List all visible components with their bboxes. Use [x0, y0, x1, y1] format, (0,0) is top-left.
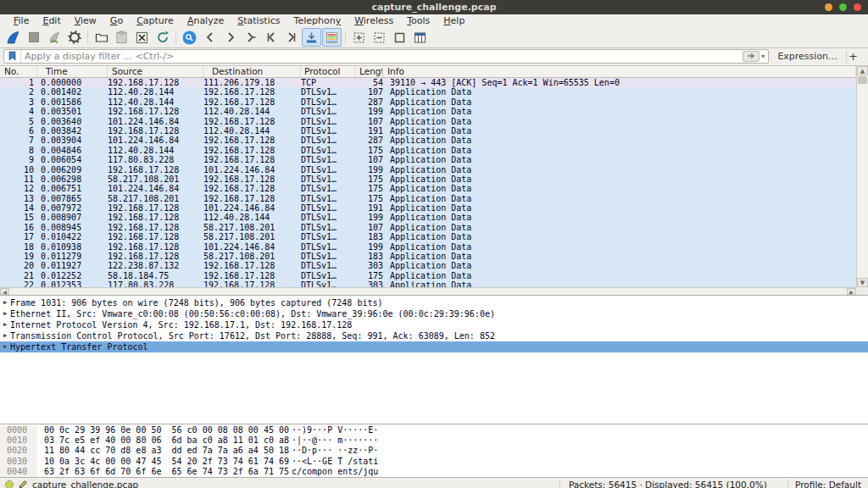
expand-arrow-icon[interactable]: ▶	[0, 308, 10, 319]
scroll-left-icon[interactable]: ◀	[0, 288, 9, 295]
detail-row[interactable]: ▶Internet Protocol Version 4, Src: 192.1…	[0, 319, 868, 330]
zoom-in-button[interactable]	[349, 28, 369, 47]
hex-ascii[interactable]: ·|··@··· m·······	[287, 435, 378, 446]
scroll-right-icon[interactable]: ▶	[847, 288, 856, 295]
maximize-button[interactable]	[839, 3, 847, 11]
menu-view[interactable]: View	[68, 14, 103, 27]
expert-info-icon[interactable]	[5, 480, 14, 488]
packet-row[interactable]: 200.011927122.238.87.132192.168.17.128DT…	[0, 261, 856, 270]
find-packet-button[interactable]	[180, 28, 199, 47]
normal-size-button[interactable]	[390, 28, 409, 47]
filter-bookmark-button[interactable]	[4, 50, 21, 63]
last-packet-button[interactable]	[281, 28, 301, 47]
packet-row[interactable]: 210.01225258.18.184.75192.168.17.128DTLS…	[0, 271, 856, 280]
scroll-down-icon[interactable]: ▼	[857, 278, 868, 287]
menu-analyze[interactable]: Analyze	[181, 14, 231, 27]
hex-row[interactable]: 000000 0c 29 39 96 0e 00 50 56 c0 00 08 …	[0, 425, 868, 435]
menu-tools[interactable]: Tools	[400, 14, 437, 27]
packet-row[interactable]: 30.001586112.40.28.144192.168.17.128DTLS…	[0, 97, 856, 107]
column-header-info[interactable]: Info	[383, 66, 856, 77]
packet-row[interactable]: 150.008907192.168.17.128112.40.28.144DTL…	[0, 213, 856, 222]
hex-bytes[interactable]: 63 2f 63 6f 6d 70 6f 6e 65 6e 74 73 2f 6…	[37, 467, 287, 477]
menu-telephony[interactable]: Telephony	[287, 14, 348, 27]
column-header-no[interactable]: No.	[0, 66, 37, 77]
packet-row[interactable]: 110.00629858.217.108.201192.168.17.128DT…	[0, 175, 856, 184]
expression-button[interactable]: Expression…	[769, 51, 846, 62]
packet-row[interactable]: 120.006751101.224.146.84192.168.17.128DT…	[0, 184, 856, 193]
hex-bytes[interactable]: 10 0a 3c 4c 00 00 47 45 54 20 2f 73 74 6…	[37, 457, 287, 467]
menu-help[interactable]: Help	[437, 14, 471, 27]
expand-arrow-icon[interactable]: ▶	[0, 341, 10, 352]
column-header-len[interactable]: Length	[355, 66, 383, 77]
filter-dropdown-caret[interactable]: ▾	[761, 53, 765, 60]
detail-row[interactable]: ▶Hypertext Transfer Protocol	[0, 341, 868, 352]
zoom-out-button[interactable]	[370, 28, 389, 47]
packet-row[interactable]: 220.012353117.80.83.228192.168.17.128DTL…	[0, 280, 856, 287]
minimize-button[interactable]	[825, 3, 832, 11]
packet-row[interactable]: 50.003640101.224.146.84192.168.17.128DTL…	[0, 117, 856, 126]
hex-row[interactable]: 003010 0a 3c 4c 00 00 47 45 54 20 2f 73 …	[0, 457, 868, 467]
stop-capture-button[interactable]	[24, 28, 43, 47]
expand-arrow-icon[interactable]: ▶	[0, 319, 10, 330]
packet-row[interactable]: 90.006054117.80.83.228192.168.17.128DTLS…	[0, 155, 856, 164]
menu-file[interactable]: File	[7, 14, 36, 27]
go-forward-button[interactable]	[220, 28, 240, 47]
start-capture-button[interactable]	[3, 28, 23, 47]
packet-list-vertical-scrollbar[interactable]: ▲ ▼	[856, 66, 868, 287]
packet-row[interactable]: 10.000000192.168.17.128111.206.179.18TCP…	[0, 78, 856, 87]
packet-list-horizontal-scrollbar[interactable]: ◀ ▶	[0, 287, 856, 295]
menu-capture[interactable]: Capture	[130, 14, 181, 27]
go-to-packet-button[interactable]	[241, 28, 260, 47]
open-file-button[interactable]	[92, 28, 111, 47]
first-packet-button[interactable]	[261, 28, 281, 47]
hex-bytes[interactable]: 00 0c 29 39 96 0e 00 50 56 c0 00 08 08 0…	[37, 425, 287, 435]
add-filter-button[interactable]: +	[846, 50, 863, 63]
close-button[interactable]	[854, 3, 861, 11]
display-filter-input[interactable]	[21, 50, 743, 63]
colorize-toggle[interactable]	[322, 28, 342, 47]
hex-row[interactable]: 004063 2f 63 6f 6d 70 6f 6e 65 6e 74 73 …	[0, 467, 868, 477]
hex-ascii[interactable]: ··)9···P V·····E·	[287, 425, 378, 435]
packet-row[interactable]: 40.003501192.168.17.128112.40.28.144DTLS…	[0, 107, 856, 116]
packet-row[interactable]: 60.003842192.168.17.128112.40.28.144DTLS…	[0, 126, 856, 136]
auto-scroll-toggle[interactable]	[302, 28, 321, 47]
packet-row[interactable]: 100.006209192.168.17.128101.224.146.84DT…	[0, 165, 856, 175]
resize-columns-button[interactable]	[410, 28, 430, 47]
hex-ascii[interactable]: ··D·p··· ··zz··P·	[287, 446, 378, 456]
hex-ascii[interactable]: c/compon ents/jqu	[287, 467, 378, 477]
packet-row[interactable]: 170.010422192.168.17.12858.217.108.201DT…	[0, 232, 856, 241]
packet-row[interactable]: 20.001402112.40.28.144192.168.17.128DTLS…	[0, 87, 856, 97]
hex-row[interactable]: 002011 80 44 cc 70 d8 e8 a3 dd ed 7a 7a …	[0, 446, 868, 456]
packet-row[interactable]: 70.003904101.224.146.84192.168.17.128DTL…	[0, 136, 856, 145]
expand-arrow-icon[interactable]: ▶	[0, 330, 10, 341]
capture-options-button[interactable]	[64, 28, 84, 47]
column-header-proto[interactable]: Protocol	[301, 66, 355, 77]
detail-row[interactable]: ▶Transmission Control Protocol, Src Port…	[0, 330, 868, 341]
expand-arrow-icon[interactable]: ▶	[0, 297, 10, 308]
scrollbar-thumb[interactable]	[858, 76, 867, 84]
packet-row[interactable]: 180.010938192.168.17.128101.224.146.84DT…	[0, 242, 856, 252]
save-file-button[interactable]	[112, 28, 131, 47]
packet-row[interactable]: 130.00786558.217.108.201192.168.17.128DT…	[0, 194, 856, 203]
menu-statistics[interactable]: Statistics	[231, 14, 287, 27]
scroll-up-icon[interactable]: ▲	[857, 66, 868, 75]
hex-bytes[interactable]: 11 80 44 cc 70 d8 e8 a3 dd ed 7a 7a a6 a…	[37, 446, 287, 456]
close-file-button[interactable]	[132, 28, 152, 47]
status-profile[interactable]: Profile: Default	[787, 480, 868, 488]
menu-wireless[interactable]: Wireless	[348, 14, 400, 27]
capture-comment-icon[interactable]	[18, 480, 28, 488]
restart-capture-button[interactable]	[44, 28, 64, 47]
column-header-dst[interactable]: Destination	[203, 66, 301, 77]
hex-ascii[interactable]: ··<L··GE T /stati	[287, 457, 378, 467]
detail-row[interactable]: ▶Ethernet II, Src: Vmware_c0:00:08 (00:5…	[0, 308, 868, 319]
packet-row[interactable]: 140.007972192.168.17.128101.224.146.84DT…	[0, 203, 856, 213]
reload-file-button[interactable]	[153, 28, 172, 47]
packet-row[interactable]: 160.008945192.168.17.12858.217.108.201DT…	[0, 223, 856, 232]
packet-row[interactable]: 190.011279192.168.17.12858.217.108.201DT…	[0, 252, 856, 261]
column-header-src[interactable]: Source	[108, 66, 203, 77]
packet-row[interactable]: 80.004846112.40.28.144192.168.17.128DTLS…	[0, 146, 856, 155]
filter-apply-button[interactable]	[743, 51, 760, 62]
column-header-time[interactable]: Time	[37, 66, 108, 77]
menu-go[interactable]: Go	[103, 14, 130, 27]
detail-row[interactable]: ▶Frame 1031: 906 bytes on wire (7248 bit…	[0, 297, 868, 308]
